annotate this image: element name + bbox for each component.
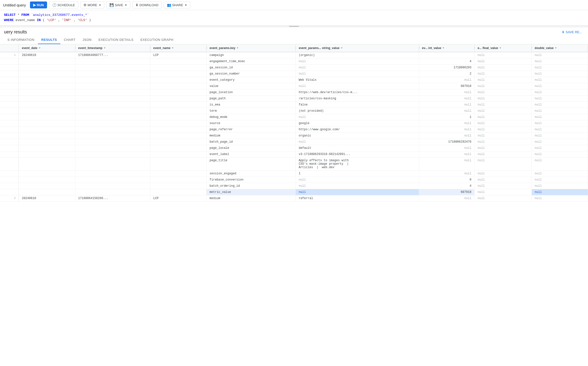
event-name-sort-icon[interactable]: ▼ [171, 47, 174, 49]
string-value-resize[interactable]: ⋮ [418, 44, 419, 52]
cell-event-date [19, 189, 75, 195]
cell-params-key: medium [207, 195, 296, 201]
col-header-string-value[interactable]: event_params... string_value ▼ ⋮ [295, 44, 419, 52]
cell-event-name [150, 189, 206, 195]
schedule-button[interactable]: 🕐 SCHEDULE [49, 1, 78, 8]
string-value-sort-icon[interactable]: ▼ [341, 47, 343, 49]
event-date-sort-icon[interactable]: ▼ [38, 47, 41, 49]
download-button[interactable]: ⬇ DOWNLOAD [132, 1, 162, 8]
query-title: Untitled query [3, 3, 26, 7]
cell-event-timestamp [75, 95, 150, 102]
cell-params-key: firebase_conversion [207, 177, 296, 183]
results-section: uery results ⬇ SAVE RE... S INFORMATION … [0, 27, 588, 354]
cell-int-value: null [419, 145, 475, 151]
double-value-sort-icon[interactable]: ▼ [555, 47, 557, 49]
cell-double-value: null [532, 189, 588, 195]
results-table-container[interactable]: event_date ▼ ⋮ event_timestamp ▼ ⋮ [0, 44, 588, 354]
tab-json[interactable]: JSON [79, 36, 95, 44]
cell-event-date [19, 145, 75, 151]
cell-event-name [150, 139, 206, 145]
cell-float-value: null [475, 58, 532, 64]
sql-editor[interactable]: SELECT * FROM `analytics_337268677.event… [0, 10, 588, 26]
event-name-resize[interactable]: ⋮ [205, 44, 206, 52]
int-value-resize[interactable]: ⋮ [473, 44, 474, 52]
row-num-0: 1 [0, 52, 19, 58]
cell-int-value: 4 [419, 58, 475, 64]
cell-float-value: null [475, 189, 532, 195]
more-chevron-icon: ▼ [99, 4, 101, 6]
cell-float-value: null [475, 177, 532, 183]
cell-string-value: (not provided) [295, 108, 419, 114]
cell-string-value: referral [295, 195, 419, 201]
save-results-button[interactable]: ⬇ SAVE RE... [560, 29, 584, 35]
int-value-sort-icon[interactable]: ▼ [442, 47, 445, 49]
event-date-resize[interactable]: ⋮ [74, 44, 75, 52]
cell-string-value: default [295, 145, 419, 151]
col-header-double-value[interactable]: double_value ▼ ⋮ [532, 44, 588, 52]
params-key-resize[interactable]: ⋮ [294, 44, 295, 52]
cell-string-value: https://web.dev/articles/css-m... [295, 89, 419, 95]
float-value-resize[interactable]: ⋮ [531, 44, 532, 52]
col-header-params-key[interactable]: event_params.key ▼ ⋮ [207, 44, 296, 52]
tab-chart[interactable]: CHART [60, 36, 79, 44]
save-button[interactable]: 💾 SAVE ▼ [106, 1, 130, 8]
cell-params-key: term [207, 108, 296, 114]
cell-params-key: metric_value [207, 189, 296, 195]
cell-params-key: session_engaged [207, 170, 296, 177]
col-header-int-value[interactable]: ev... int_value ▼ ⋮ [419, 44, 475, 52]
cell-params-key: page_location [207, 89, 296, 95]
col-header-event-name[interactable]: event_name ▼ ⋮ [150, 44, 206, 52]
row-num-0 [0, 177, 19, 183]
download-icon: ⬇ [135, 3, 138, 7]
cell-params-key: campaign [207, 52, 296, 58]
cell-int-value: null [419, 89, 475, 95]
cell-double-value: null [532, 108, 588, 114]
cell-float-value: null [475, 95, 532, 102]
tab-schema[interactable]: S INFORMATION [4, 36, 38, 44]
cell-int-value: 2 [419, 71, 475, 77]
cell-float-value: null [475, 108, 532, 114]
cell-event-date [19, 132, 75, 139]
cell-double-value: null [532, 120, 588, 126]
col-header-event-timestamp[interactable]: event_timestamp ▼ ⋮ [75, 44, 150, 52]
tab-execution-details[interactable]: EXECUTION DETAILS [95, 36, 137, 44]
event-timestamp-sort-icon[interactable]: ▼ [104, 47, 106, 49]
tab-execution-graph[interactable]: EXECUTION GRAPH [137, 36, 177, 44]
run-button[interactable]: ▶ RUN [30, 1, 47, 8]
cell-event-timestamp [75, 114, 150, 120]
cell-int-value: null [419, 195, 475, 201]
tab-results[interactable]: RESULTS [38, 36, 60, 44]
cell-event-name [150, 114, 206, 120]
event-timestamp-resize[interactable]: ⋮ [149, 44, 150, 52]
cell-float-value: null [475, 77, 532, 83]
cell-double-value: null [532, 95, 588, 102]
cell-double-value: null [532, 170, 588, 177]
cell-params-key: ga_session_number [207, 71, 296, 77]
sql-line-1: SELECT * FROM `analytics_337268677.event… [4, 13, 584, 18]
cell-event-timestamp [75, 77, 150, 83]
double-value-resize[interactable]: ⋮ [587, 44, 588, 52]
cell-params-key: ga_session_id [207, 64, 296, 71]
cell-event-date [19, 157, 75, 170]
cell-float-value: null [475, 114, 532, 120]
cell-params-key: source [207, 120, 296, 126]
col-header-event-date[interactable]: event_date ▼ ⋮ [19, 44, 75, 52]
cell-event-timestamp [75, 183, 150, 189]
params-key-sort-icon[interactable]: ▼ [236, 47, 239, 49]
cell-params-key: batch_page_id [207, 139, 296, 145]
share-button[interactable]: 👥 SHARE ▼ [164, 1, 190, 8]
cell-int-value: null [419, 95, 475, 102]
cell-event-name [150, 177, 206, 183]
row-num-0 [0, 132, 19, 139]
cell-event-date [19, 183, 75, 189]
more-button[interactable]: ⚙ MORE ▼ [80, 1, 105, 8]
cell-event-date [19, 170, 75, 177]
cell-int-value [419, 52, 475, 58]
col-header-float-value[interactable]: e... float_value ▼ ⋮ [475, 44, 532, 52]
row-num-0 [0, 83, 19, 89]
gear-icon: ⚙ [83, 3, 87, 7]
cell-event-name [150, 183, 206, 189]
float-value-sort-icon[interactable]: ▼ [499, 47, 502, 49]
schedule-icon: 🕐 [52, 3, 56, 7]
cell-event-name [150, 132, 206, 139]
